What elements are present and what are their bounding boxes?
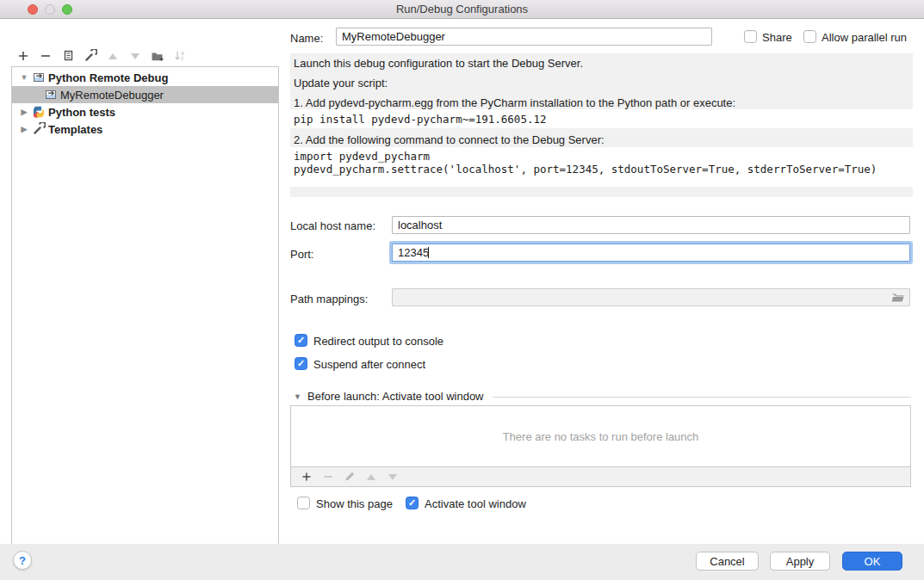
chevron-right-icon[interactable]: ▶ — [17, 125, 31, 133]
check-icon: ✓ — [408, 497, 416, 509]
local-host-name-label: Local host name: — [290, 219, 375, 232]
sort-configurations-button[interactable]: az — [169, 46, 191, 65]
tree-item-myremotedebugger[interactable]: MyRemoteDebugger — [12, 86, 278, 103]
instruction-step1: 1. Add pydevd-pycharm.egg from the PyCha… — [294, 96, 735, 109]
task-down-icon — [388, 474, 397, 480]
cancel-button[interactable]: Cancel — [696, 552, 759, 571]
task-up-button[interactable] — [360, 468, 381, 485]
edit-defaults-button[interactable] — [79, 46, 102, 65]
share-checkbox[interactable] — [744, 30, 757, 43]
chevron-down-icon[interactable]: ▼ — [17, 73, 31, 82]
task-down-button[interactable] — [381, 468, 403, 485]
move-up-icon — [109, 53, 117, 59]
edit-task-icon — [344, 471, 356, 483]
copy-configuration-button[interactable] — [57, 46, 79, 65]
redirect-output-checkbox[interactable]: ✓ — [295, 334, 307, 347]
allow-parallel-run-label: Allow parallel run — [822, 31, 907, 44]
help-button[interactable]: ? — [13, 551, 32, 570]
remove-icon — [39, 49, 53, 63]
task-up-icon — [367, 474, 375, 480]
titlebar: Run/Debug Configurations — [0, 0, 924, 19]
help-question-icon: ? — [19, 554, 26, 567]
code-text: pip install pydevd-pycharm~=191.6605.12 — [290, 113, 547, 126]
show-this-page-label: Show this page — [316, 497, 393, 510]
tree-item-label: MyRemoteDebugger — [60, 89, 164, 102]
share-label: Share — [762, 31, 792, 44]
tree-item-templates[interactable]: ▶ Templates — [12, 120, 278, 138]
name-label: Name: — [290, 32, 323, 45]
activate-tool-window-checkbox[interactable]: ✓ — [406, 497, 419, 509]
dialog-footer: ? Cancel Apply OK — [0, 544, 924, 580]
python-icon — [31, 105, 47, 119]
add-configuration-button[interactable] — [12, 46, 34, 65]
tree-item-python-remote-debug[interactable]: ▼ Python Remote Debug — [12, 69, 278, 86]
cancel-button-label: Cancel — [710, 555, 744, 568]
code-text: import pydevd_pycharm — [290, 150, 913, 163]
path-mappings-label: Path mappings: — [290, 293, 368, 305]
empty-tasks-message: There are no tasks to run before launch — [503, 430, 699, 443]
add-icon — [16, 49, 30, 63]
edit-wrench-icon — [84, 49, 97, 63]
before-launch-task-list[interactable]: There are no tasks to run before launch — [290, 405, 911, 467]
port-label: Port: — [290, 248, 313, 261]
code-snippet-settrace: import pydevd_pycharm pydevd_pycharm.set… — [290, 147, 913, 187]
move-down-button[interactable] — [124, 46, 146, 65]
edit-task-button[interactable] — [338, 468, 360, 485]
move-down-icon — [131, 53, 140, 59]
open-folder-icon — [890, 292, 905, 306]
check-icon: ✓ — [297, 335, 305, 346]
name-input[interactable] — [336, 28, 712, 46]
dialog-body: az ▼ Python Remote Debug MyRemoteDebugge… — [0, 19, 924, 544]
show-this-page-checkbox[interactable] — [297, 497, 310, 509]
apply-button-label: Apply — [786, 555, 815, 568]
text-cursor — [428, 247, 429, 258]
activate-tool-window-label: Activate tool window — [425, 497, 526, 510]
ok-button[interactable]: OK — [842, 552, 902, 571]
tree-item-label: Python tests — [48, 106, 115, 119]
task-list-toolbar — [290, 467, 911, 487]
allow-parallel-run-checkbox[interactable] — [803, 30, 816, 43]
port-input[interactable] — [392, 244, 910, 262]
tree-item-python-tests[interactable]: ▶ Python tests — [12, 103, 278, 120]
ok-button-label: OK — [865, 555, 881, 568]
create-folder-button[interactable] — [146, 46, 169, 65]
sort-icon: az — [173, 49, 187, 63]
configurations-tree: ▼ Python Remote Debug MyRemoteDebugger ▶… — [11, 66, 279, 559]
new-folder-icon — [151, 49, 165, 63]
chevron-right-icon[interactable]: ▶ — [17, 108, 31, 116]
suspend-after-connect-checkbox[interactable]: ✓ — [295, 357, 307, 370]
run-config-icon — [31, 71, 47, 84]
run-config-icon — [43, 88, 59, 102]
configurations-toolbar: az — [12, 46, 191, 66]
code-snippet-pip-install: pip install pydevd-pycharm~=191.6605.12 — [290, 109, 913, 128]
remove-task-icon — [322, 471, 334, 483]
instruction-line: Launch this debug configuration to start… — [294, 57, 583, 70]
suspend-after-connect-label: Suspend after connect — [313, 358, 425, 371]
code-text: pydevd_pycharm.settrace('localhost', por… — [290, 163, 913, 176]
browse-folder-button[interactable] — [890, 291, 905, 307]
svg-text:z: z — [181, 55, 183, 61]
window-title: Run/Debug Configurations — [0, 3, 924, 15]
path-mappings-input[interactable] — [392, 288, 910, 306]
remove-task-button[interactable] — [317, 468, 338, 485]
tree-item-label: Python Remote Debug — [48, 71, 168, 84]
redirect-output-label: Redirect output to console — [313, 335, 443, 348]
wrench-icon — [31, 122, 47, 136]
instruction-step2: 2. Add the following command to connect … — [294, 133, 605, 146]
apply-button[interactable]: Apply — [770, 552, 830, 571]
remove-configuration-button[interactable] — [34, 46, 57, 65]
move-up-button[interactable] — [102, 46, 124, 65]
add-task-button[interactable] — [295, 468, 317, 485]
before-launch-title: Before launch: Activate tool window — [307, 390, 484, 403]
check-icon: ✓ — [297, 358, 305, 369]
instructions-block: Launch this debug configuration to start… — [290, 53, 913, 197]
tree-item-label: Templates — [48, 123, 102, 136]
before-launch-collapse-icon[interactable]: ▼ — [294, 392, 301, 401]
instruction-line: Update your script: — [294, 77, 388, 89]
copy-icon — [61, 49, 75, 63]
section-divider — [493, 397, 911, 398]
add-task-icon — [301, 471, 313, 483]
local-host-name-input[interactable] — [392, 216, 910, 234]
